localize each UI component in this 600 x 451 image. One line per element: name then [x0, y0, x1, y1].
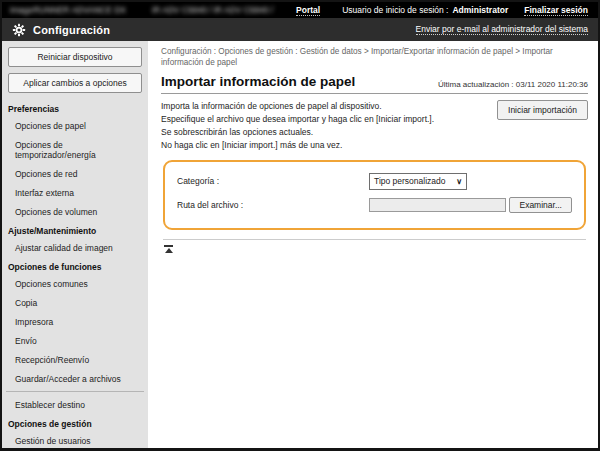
email-admin-link[interactable]: Enviar por e-mail al administrador del s…: [416, 24, 588, 35]
main-panel: Configuración : Opciones de gestión : Ge…: [148, 41, 598, 449]
title-row: Importar información de papel Última act…: [161, 74, 588, 94]
sidebar-item-timer-energy-settings[interactable]: Opciones de temporizador/energía: [2, 135, 148, 164]
login-user-label: Usuario de inicio de sesión :: [342, 5, 448, 15]
page-title: Importar información de papel: [161, 74, 355, 89]
settings-header-bar: Configuración Enviar por e-mail al admin…: [2, 18, 598, 41]
settings-sidebar: Reiniciar dispositivo Aplicar cambios a …: [2, 41, 148, 449]
description-line: No haga clic en [Iniciar import.] más de…: [161, 139, 487, 152]
sidebar-item-paper-settings[interactable]: Opciones de papel: [2, 116, 148, 135]
sidebar-section-function-settings: Opciones de funciones: [2, 257, 148, 274]
file-path-input[interactable]: [369, 198, 506, 212]
logout-link[interactable]: Finalizar sesión: [524, 5, 588, 16]
top-status-bar: imageRUNNER ADVANCE DX iR ADV C5840 / iR…: [2, 2, 598, 18]
back-to-top-icon[interactable]: [164, 245, 173, 253]
browse-button[interactable]: Examinar...: [509, 197, 572, 213]
file-path-row: Ruta del archivo : Examinar...: [177, 197, 572, 213]
restart-device-button[interactable]: Reiniciar dispositivo: [8, 47, 142, 67]
sidebar-item-volume-settings[interactable]: Opciones de volumen: [2, 202, 148, 221]
sidebar-item-copy[interactable]: Copia: [2, 293, 148, 312]
page-section-title: Configuración: [33, 24, 110, 36]
sidebar-item-user-management[interactable]: Gestión de usuarios: [2, 431, 148, 449]
portal-link[interactable]: Portal: [296, 5, 320, 16]
description-line: Importa la información de opciones de pa…: [161, 100, 487, 113]
category-select[interactable]: Tipo personalizado ∨: [369, 173, 467, 190]
login-user-name: Administrator: [452, 5, 508, 15]
sidebar-section-management-settings: Opciones de gestión: [2, 414, 148, 431]
gear-icon: [12, 23, 26, 37]
sidebar-item-set-destination[interactable]: Establecer destino: [2, 395, 148, 414]
sidebar-item-store-access-files[interactable]: Guardar/Acceder a archivos: [2, 369, 148, 388]
description-line: Especifique el archivo que desea importa…: [161, 113, 487, 126]
chevron-down-icon: ∨: [456, 177, 462, 186]
start-importing-button[interactable]: Iniciar importación: [497, 100, 588, 120]
sidebar-item-network-settings[interactable]: Opciones de red: [2, 164, 148, 183]
content-area: Reiniciar dispositivo Aplicar cambios a …: [2, 41, 598, 449]
device-name-redacted: imageRUNNER ADVANCE DX: [10, 5, 126, 15]
sidebar-item-external-interface[interactable]: Interfaz externa: [2, 183, 148, 202]
sidebar-divider: [6, 391, 144, 392]
import-form-highlight-box: Categoría : Tipo personalizado ∨ Ruta de…: [163, 160, 586, 230]
sidebar-item-send[interactable]: Envío: [2, 331, 148, 350]
last-updated-timestamp: Última actualización : 03/11 2020 11:20:…: [438, 80, 588, 89]
apply-setting-changes-button[interactable]: Aplicar cambios a opciones: [8, 73, 142, 93]
section-divider: [163, 239, 586, 240]
category-row: Categoría : Tipo personalizado ∨: [177, 173, 572, 190]
sidebar-item-common-settings[interactable]: Opciones comunes: [2, 274, 148, 293]
sidebar-section-preferences: Preferencias: [2, 99, 148, 116]
sidebar-item-receive-forward[interactable]: Recepción/Reenvío: [2, 350, 148, 369]
description-row: Importa la información de opciones de pa…: [161, 100, 588, 153]
page-description: Importa la información de opciones de pa…: [161, 100, 487, 153]
file-path-label: Ruta del archivo :: [177, 200, 369, 210]
sidebar-section-adjustment-maintenance: Ajuste/Mantenimiento: [2, 221, 148, 238]
category-selected-value: Tipo personalizado: [374, 176, 446, 186]
sidebar-item-printer[interactable]: Impresora: [2, 312, 148, 331]
sidebar-item-adjust-image-quality[interactable]: Ajustar calidad de imagen: [2, 238, 148, 257]
device-model-redacted: iR ADV C5840 / iR ADV C5840 /: [152, 5, 273, 15]
breadcrumb[interactable]: Configuración : Opciones de gestión : Ge…: [161, 46, 588, 69]
description-line: Se sobrescribirán las opciones actuales.: [161, 126, 487, 139]
category-label: Categoría :: [177, 176, 369, 186]
